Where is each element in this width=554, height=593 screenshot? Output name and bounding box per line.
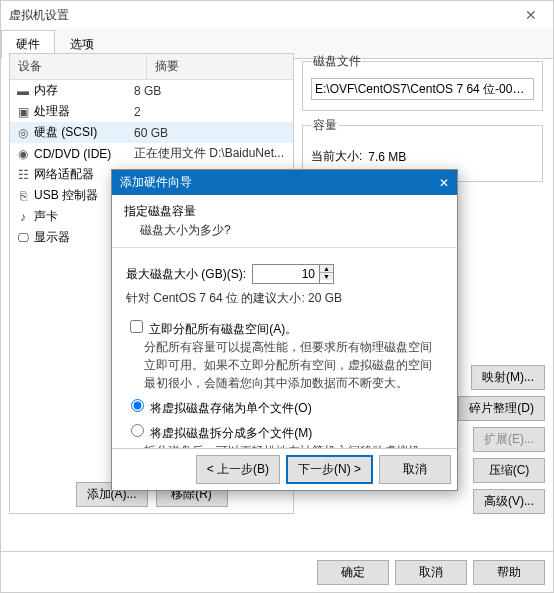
wizard-heading: 指定磁盘容量 [124, 203, 445, 220]
group-capacity-legend: 容量 [311, 117, 339, 134]
wizard-title: 添加硬件向导 [120, 174, 192, 191]
device-icon: ◉ [16, 147, 30, 161]
device-summary: 8 GB [134, 84, 287, 98]
store-split-label: 将虚拟磁盘拆分成多个文件(M) [150, 426, 312, 440]
device-icon: ♪ [16, 210, 30, 224]
allocate-now-label: 立即分配所有磁盘空间(A)。 [149, 322, 297, 336]
defrag-button[interactable]: 碎片整理(D) [458, 396, 545, 421]
allocate-now-desc: 分配所有容量可以提高性能，但要求所有物理磁盘空间立即可用。如果不立即分配所有空间… [126, 338, 443, 392]
device-summary: 正在使用文件 D:\BaiduNet... [134, 145, 287, 162]
spin-up-icon[interactable]: ▲ [320, 265, 333, 273]
max-size-label: 最大磁盘大小 (GB)(S): [126, 266, 246, 283]
group-disk-file: 磁盘文件 [302, 53, 543, 111]
device-row[interactable]: ◎硬盘 (SCSI)60 GB [10, 122, 293, 143]
device-icon: ◎ [16, 126, 30, 140]
close-icon[interactable]: ✕ [517, 5, 545, 25]
wizard-next-button[interactable]: 下一步(N) > [286, 455, 373, 484]
wizard-close-icon[interactable]: ✕ [439, 176, 449, 190]
store-split-radio[interactable]: 将虚拟磁盘拆分成多个文件(M) [126, 426, 312, 440]
device-summary: 2 [134, 105, 287, 119]
group-disk-file-legend: 磁盘文件 [311, 53, 363, 70]
device-name: 内存 [34, 82, 134, 99]
device-name: CD/DVD (IDE) [34, 147, 134, 161]
compact-button[interactable]: 压缩(C) [473, 458, 545, 483]
cancel-button[interactable]: 取消 [395, 560, 467, 585]
wizard-back-button[interactable]: < 上一步(B) [196, 455, 280, 484]
titlebar: 虚拟机设置 ✕ [1, 1, 553, 29]
disk-file-field[interactable] [311, 78, 534, 100]
settings-window: 虚拟机设置 ✕ 硬件 选项 设备 摘要 ▬内存8 GB▣处理器2◎硬盘 (SCS… [0, 0, 554, 593]
advanced-button[interactable]: 高级(V)... [473, 489, 545, 514]
wizard-question: 磁盘大小为多少? [124, 220, 445, 245]
recommended-size: 针对 CentOS 7 64 位 的建议大小: 20 GB [126, 290, 443, 307]
add-hardware-wizard: 添加硬件向导 ✕ 指定磁盘容量 磁盘大小为多少? 最大磁盘大小 (GB)(S):… [111, 169, 458, 491]
expand-button: 扩展(E)... [473, 427, 545, 452]
bottom-bar: 确定 取消 帮助 [1, 551, 553, 592]
store-single-radio[interactable]: 将虚拟磁盘存储为单个文件(O) [126, 401, 312, 415]
current-size-value: 7.6 MB [368, 150, 406, 164]
store-single-input[interactable] [131, 399, 144, 412]
ok-button[interactable]: 确定 [317, 560, 389, 585]
map-button[interactable]: 映射(M)... [471, 365, 545, 390]
device-name: 硬盘 (SCSI) [34, 124, 134, 141]
device-row[interactable]: ▣处理器2 [10, 101, 293, 122]
allocate-now-input[interactable] [130, 320, 143, 333]
max-size-input[interactable] [253, 265, 319, 283]
current-size-label: 当前大小: [311, 148, 362, 165]
col-summary: 摘要 [147, 54, 293, 79]
col-device: 设备 [10, 54, 147, 79]
device-icon: ▣ [16, 105, 30, 119]
device-icon: ☷ [16, 168, 30, 182]
device-icon: ⎘ [16, 189, 30, 203]
device-row[interactable]: ◉CD/DVD (IDE)正在使用文件 D:\BaiduNet... [10, 143, 293, 164]
device-summary: 60 GB [134, 126, 287, 140]
window-title: 虚拟机设置 [9, 7, 69, 24]
help-button[interactable]: 帮助 [473, 560, 545, 585]
device-icon: 🖵 [16, 231, 30, 245]
allocate-now-checkbox[interactable]: 立即分配所有磁盘空间(A)。 [126, 322, 297, 336]
max-size-spinner[interactable]: ▲ ▼ [252, 264, 334, 284]
device-name: 处理器 [34, 103, 134, 120]
store-split-input[interactable] [131, 424, 144, 437]
device-row[interactable]: ▬内存8 GB [10, 80, 293, 101]
wizard-cancel-button[interactable]: 取消 [379, 455, 451, 484]
store-single-label: 将虚拟磁盘存储为单个文件(O) [150, 401, 311, 415]
device-icon: ▬ [16, 84, 30, 98]
spin-down-icon[interactable]: ▼ [320, 273, 333, 280]
